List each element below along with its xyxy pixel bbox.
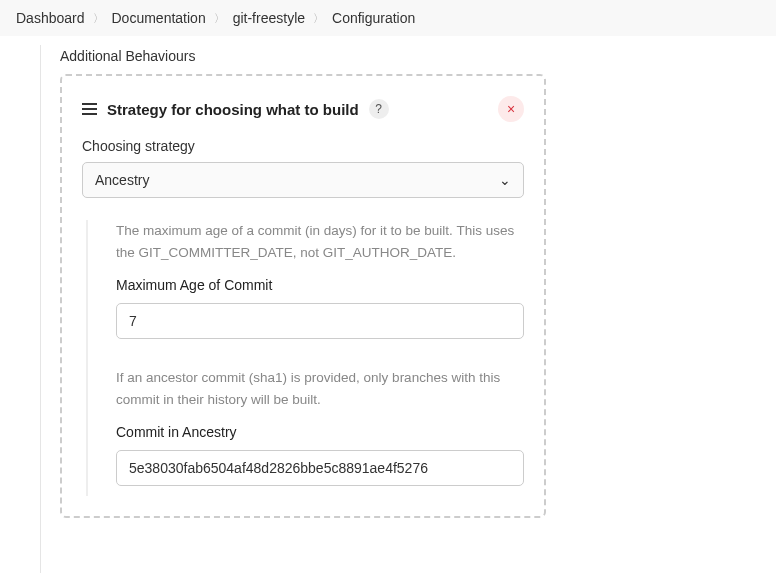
behaviour-panel: Strategy for choosing what to build ? × … [60, 74, 546, 518]
max-age-input[interactable] [116, 303, 524, 339]
section-title: Strategy for choosing what to build [107, 101, 359, 118]
additional-behaviours-heading: Additional Behaviours [60, 48, 736, 64]
chevron-right-icon: 〉 [313, 11, 324, 26]
chevron-right-icon: 〉 [93, 11, 104, 26]
menu-icon[interactable] [82, 103, 97, 115]
breadcrumb-documentation[interactable]: Documentation [112, 10, 206, 26]
breadcrumb-configuration[interactable]: Configuration [332, 10, 415, 26]
breadcrumb-dashboard[interactable]: Dashboard [16, 10, 85, 26]
ancestry-label: Commit in Ancestry [116, 424, 524, 440]
choosing-strategy-value: Ancestry [95, 172, 149, 188]
help-icon[interactable]: ? [369, 99, 389, 119]
vertical-divider [40, 45, 41, 530]
chevron-down-icon: ⌄ [499, 172, 511, 188]
ancestry-description: If an ancestor commit (sha1) is provided… [116, 367, 524, 410]
breadcrumb-git-freestyle[interactable]: git-freestyle [233, 10, 305, 26]
breadcrumb: Dashboard 〉 Documentation 〉 git-freestyl… [0, 0, 776, 36]
close-icon[interactable]: × [498, 96, 524, 122]
max-age-label: Maximum Age of Commit [116, 277, 524, 293]
ancestry-input[interactable] [116, 450, 524, 486]
choosing-strategy-label: Choosing strategy [82, 138, 524, 154]
chevron-right-icon: 〉 [214, 11, 225, 26]
choosing-strategy-select[interactable]: Ancestry ⌄ [82, 162, 524, 198]
max-age-description: The maximum age of a commit (in days) fo… [116, 220, 524, 263]
